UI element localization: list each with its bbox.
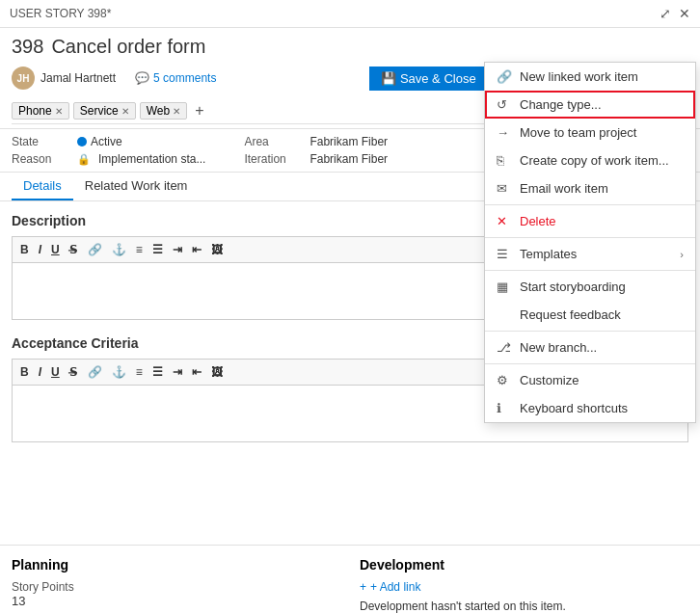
menu-templates[interactable]: ☰ Templates › — [485, 240, 695, 268]
bold-button[interactable]: B — [16, 241, 33, 258]
menu-storyboard[interactable]: ▦ Start storyboarding — [485, 273, 695, 301]
close-icon[interactable]: ✕ — [679, 6, 690, 21]
ac-ul-button[interactable]: ≡ — [132, 363, 147, 381]
create-copy-icon: ⎘ — [497, 153, 512, 168]
menu-divider-2 — [485, 237, 695, 238]
ac-link2-button[interactable]: ⚓ — [108, 363, 130, 381]
shortcuts-icon: ℹ — [497, 401, 512, 415]
left-fields: State Active Reason 🔒 Implementation sta… — [12, 135, 205, 166]
reason-field: Reason 🔒 Implementation sta... — [12, 152, 205, 166]
planning-title: Planning — [12, 557, 340, 573]
state-field: State Active — [12, 135, 205, 148]
story-points-value[interactable]: 13 — [12, 594, 340, 608]
tab-related-work-item[interactable]: Related Work item — [73, 173, 200, 200]
tag-phone[interactable]: Phone ✕ — [12, 102, 69, 120]
ac-bold-button[interactable]: B — [16, 363, 33, 381]
menu-divider-1 — [485, 204, 695, 205]
menu-move-team[interactable]: → Move to team project — [485, 119, 695, 147]
save-close-button[interactable]: 💾 Save & Close — [369, 67, 488, 91]
menu-customize[interactable]: ⚙ Customize — [485, 366, 695, 394]
iteration-field: Iteration Fabrikam Fiber — [244, 152, 437, 166]
development-col: Development + + Add link Development has… — [360, 557, 688, 613]
iteration-label: Iteration — [244, 152, 302, 166]
wi-title: Cancel order form — [51, 36, 205, 58]
tag-phone-label: Phone — [18, 104, 52, 118]
menu-divider-5 — [485, 363, 695, 364]
menu-feedback[interactable]: Request feedback — [485, 301, 695, 329]
ol-button[interactable]: ☰ — [148, 241, 167, 258]
storyboard-icon: ▦ — [497, 280, 512, 294]
tag-service-close[interactable]: ✕ — [121, 106, 129, 117]
underline-button[interactable]: U — [47, 241, 64, 258]
bottom-section: Planning Story Points 13 Priority Develo… — [0, 545, 700, 613]
add-tag-button[interactable]: + — [191, 103, 207, 119]
context-menu: 🔗 New linked work item ↺ Change type... … — [484, 62, 696, 423]
story-points-label: Story Points — [12, 580, 340, 594]
story-points-row: Story Points 13 — [12, 580, 340, 608]
ac-outdent-button[interactable]: ⇤ — [188, 363, 205, 381]
menu-shortcuts[interactable]: ℹ Keyboard shortcuts — [485, 394, 695, 422]
indent-button[interactable]: ⇥ — [169, 241, 186, 258]
ac-strikethrough-button[interactable]: S̶ — [66, 363, 82, 381]
title-bar: USER STORY 398* ⤢ ✕ — [0, 0, 700, 28]
right-fields: Area Fabrikam Fiber Iteration Fabrikam F… — [244, 135, 437, 166]
add-link-button[interactable]: + + Add link — [360, 580, 688, 594]
lock-icon: 🔒 — [77, 153, 91, 166]
templates-chevron: › — [680, 249, 684, 260]
templates-icon: ☰ — [497, 247, 512, 261]
area-field: Area Fabrikam Fiber — [244, 135, 437, 148]
tag-web-close[interactable]: ✕ — [173, 106, 180, 117]
tag-service[interactable]: Service ✕ — [73, 102, 136, 120]
ac-ol-button[interactable]: ☰ — [148, 363, 167, 381]
tag-web-label: Web — [147, 104, 170, 118]
reason-label: Reason — [12, 152, 69, 166]
ac-underline-button[interactable]: U — [47, 363, 64, 381]
tag-service-label: Service — [80, 104, 119, 118]
outdent-button[interactable]: ⇤ — [188, 241, 205, 258]
menu-create-copy[interactable]: ⎘ Create copy of work item... — [485, 147, 695, 174]
area-label: Area — [244, 135, 302, 148]
comments-link[interactable]: 💬 5 comments — [135, 71, 216, 85]
image-button[interactable]: 🖼 — [207, 241, 227, 258]
menu-divider-3 — [485, 270, 695, 271]
menu-divider-4 — [485, 331, 695, 332]
add-link-icon: + — [360, 580, 366, 594]
menu-new-branch[interactable]: ⎇ New branch... — [485, 333, 695, 361]
email-icon: ✉ — [497, 181, 512, 196]
active-dot — [77, 137, 87, 147]
tag-web[interactable]: Web ✕ — [140, 102, 187, 120]
title-bar-label: USER STORY 398* — [10, 7, 111, 20]
move-team-icon: → — [497, 125, 512, 140]
menu-change-type[interactable]: ↺ Change type... — [485, 91, 695, 119]
comments-count: 5 comments — [153, 71, 216, 85]
state-value[interactable]: Active — [77, 135, 122, 148]
ac-link-button[interactable]: 🔗 — [84, 363, 106, 381]
author-section: JH Jamal Hartnett — [12, 67, 116, 90]
author-name: Jamal Hartnett — [40, 71, 116, 85]
save-icon: 💾 — [381, 71, 396, 86]
menu-delete[interactable]: ✕ Delete — [485, 207, 695, 235]
wi-id: 398 — [12, 36, 43, 58]
iteration-value[interactable]: Fabrikam Fiber — [310, 152, 388, 166]
tag-phone-close[interactable]: ✕ — [55, 106, 63, 117]
comment-icon: 💬 — [135, 71, 149, 85]
strikethrough-button[interactable]: S̶ — [66, 241, 82, 258]
ac-image-button[interactable]: 🖼 — [207, 363, 227, 381]
expand-icon[interactable]: ⤢ — [660, 6, 671, 21]
ul-button[interactable]: ≡ — [132, 241, 147, 258]
link-button[interactable]: 🔗 — [84, 241, 106, 258]
menu-new-linked[interactable]: 🔗 New linked work item — [485, 63, 695, 91]
new-linked-icon: 🔗 — [497, 69, 512, 84]
dev-note: Development hasn't started on this item. — [360, 600, 688, 613]
ac-italic-button[interactable]: I — [35, 363, 45, 381]
development-title: Development — [360, 557, 688, 573]
planning-col: Planning Story Points 13 Priority — [12, 557, 340, 613]
tab-details[interactable]: Details — [12, 173, 73, 200]
reason-value[interactable]: Implementation sta... — [98, 152, 205, 166]
state-label: State — [12, 135, 69, 148]
italic-button[interactable]: I — [35, 241, 45, 258]
area-value[interactable]: Fabrikam Fiber — [310, 135, 388, 148]
ac-indent-button[interactable]: ⇥ — [169, 363, 186, 381]
link2-button[interactable]: ⚓ — [108, 241, 130, 258]
menu-email[interactable]: ✉ Email work item — [485, 174, 695, 202]
